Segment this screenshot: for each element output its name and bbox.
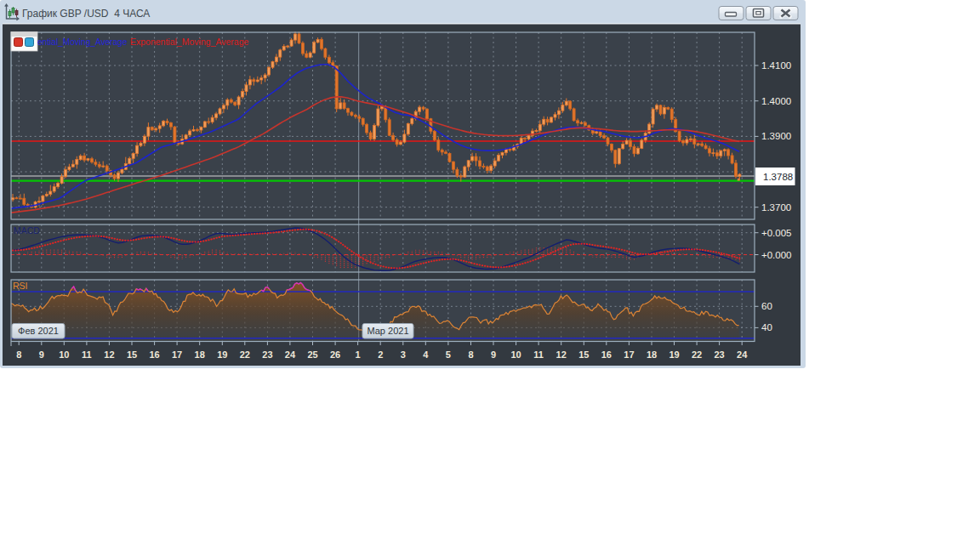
svg-text:+0.000: +0.000 bbox=[761, 250, 792, 260]
svg-text:ential_Moving_Average: ential_Moving_Average bbox=[37, 37, 128, 47]
svg-text:11: 11 bbox=[82, 349, 92, 360]
svg-text:1.4100: 1.4100 bbox=[761, 60, 791, 71]
svg-text:17: 17 bbox=[624, 349, 634, 360]
svg-text:1.3788: 1.3788 bbox=[763, 172, 793, 182]
svg-text:Exponential_Moving_Average: Exponential_Moving_Average bbox=[130, 37, 248, 47]
svg-text:1.3700: 1.3700 bbox=[761, 202, 791, 213]
svg-text:60: 60 bbox=[761, 301, 772, 311]
svg-text:22: 22 bbox=[692, 349, 702, 360]
svg-text:График GBP /USD 4 ЧАСА: График GBP /USD 4 ЧАСА bbox=[22, 8, 150, 20]
svg-text:23: 23 bbox=[262, 349, 272, 360]
svg-text:4: 4 bbox=[423, 349, 429, 360]
svg-text:17: 17 bbox=[172, 349, 182, 360]
svg-text:1: 1 bbox=[356, 349, 361, 360]
svg-text:9: 9 bbox=[491, 349, 496, 360]
svg-text:9: 9 bbox=[39, 349, 44, 360]
svg-text:Фев 2021: Фев 2021 bbox=[18, 326, 59, 336]
svg-text:25: 25 bbox=[307, 349, 317, 360]
svg-text:19: 19 bbox=[217, 349, 227, 360]
svg-text:19: 19 bbox=[669, 349, 679, 360]
svg-text:1.4000: 1.4000 bbox=[761, 96, 791, 106]
svg-text:18: 18 bbox=[195, 349, 205, 360]
svg-text:15: 15 bbox=[578, 349, 589, 360]
svg-text:12: 12 bbox=[104, 349, 114, 360]
svg-text:+0.005: +0.005 bbox=[761, 228, 792, 238]
svg-text:23: 23 bbox=[714, 349, 724, 360]
svg-text:24: 24 bbox=[285, 349, 296, 360]
svg-text:1.3900: 1.3900 bbox=[761, 131, 791, 141]
svg-text:16: 16 bbox=[149, 349, 159, 360]
svg-text:24: 24 bbox=[737, 349, 748, 360]
svg-text:10: 10 bbox=[59, 349, 69, 360]
svg-text:18: 18 bbox=[647, 349, 657, 360]
svg-text:MACD: MACD bbox=[14, 225, 40, 236]
svg-text:40: 40 bbox=[761, 322, 772, 332]
svg-text:Мар 2021: Мар 2021 bbox=[367, 326, 408, 336]
svg-text:8: 8 bbox=[468, 349, 473, 360]
svg-text:3: 3 bbox=[401, 349, 406, 360]
svg-text:2: 2 bbox=[378, 349, 383, 360]
svg-text:10: 10 bbox=[510, 349, 521, 360]
svg-text:RSI: RSI bbox=[13, 281, 28, 291]
svg-text:16: 16 bbox=[601, 349, 612, 360]
svg-text:12: 12 bbox=[556, 349, 567, 360]
svg-text:5: 5 bbox=[446, 349, 451, 360]
svg-text:22: 22 bbox=[240, 349, 250, 360]
svg-text:15: 15 bbox=[127, 349, 137, 360]
svg-text:8: 8 bbox=[16, 349, 21, 360]
svg-text:26: 26 bbox=[330, 349, 340, 360]
svg-text:11: 11 bbox=[533, 349, 544, 360]
